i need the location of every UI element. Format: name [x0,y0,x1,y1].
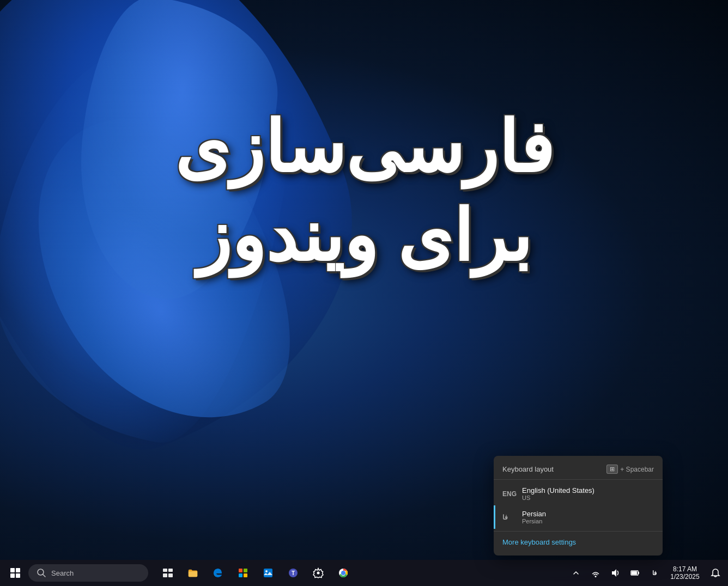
svg-point-11 [265,570,268,572]
chevron-up-icon [573,570,579,576]
svg-rect-6 [239,569,242,572]
lang-details-persian: Persian Persian [522,510,654,524]
taskbar-ms-store[interactable] [232,562,254,584]
svg-rect-20 [632,571,637,575]
svg-rect-4 [163,573,167,577]
svg-line-1 [43,575,45,577]
svg-rect-7 [244,569,247,572]
taskbar-center: T [157,562,354,584]
svg-rect-21 [638,572,639,574]
taskbar-right: فا 8:17 AM 1/23/2025 [568,564,724,582]
start-button[interactable] [4,562,26,584]
lang-item-persian[interactable]: فا Persian Persian [494,505,663,529]
keyboard-layout-popup: Keyboard layout ⊞ + Spacebar ENG English… [494,456,663,556]
ms-store-icon [238,567,248,578]
svg-text:T: T [292,570,295,576]
lang-item-english[interactable]: ENG English (United States) US [494,482,663,505]
battery-button[interactable] [627,565,643,581]
persian-line-2: برای ویندوز [0,198,728,276]
edge-icon [213,567,223,578]
keyboard-shortcut: ⊞ + Spacebar [606,465,654,474]
search-bar[interactable]: Search [28,564,148,582]
chrome-icon [338,567,349,578]
taskbar-edge[interactable] [207,562,229,584]
svg-point-18 [595,576,597,577]
svg-point-17 [342,571,345,575]
task-view-icon [162,567,173,578]
lang-sub-english: US [522,495,654,501]
lang-details-english: English (United States) US [522,486,654,501]
shortcut-spacebar-label: + Spacebar [620,466,654,473]
desktop-text: فارسی‌سازی برای ویندوز [0,109,728,276]
clock-button[interactable]: 8:17 AM 1/23/2025 [666,564,704,582]
desktop: فارسی‌سازی برای ویندوز Keyboard layout ⊞… [0,0,728,586]
persian-line-1: فارسی‌سازی [0,109,728,187]
notification-icon [711,568,720,578]
svg-point-0 [38,569,44,575]
settings-icon [313,567,324,578]
windows-logo-icon [10,568,20,578]
taskbar-task-view[interactable] [157,562,179,584]
show-hidden-icons-button[interactable] [568,565,584,581]
shortcut-key-win: ⊞ [606,465,618,474]
taskbar-office[interactable]: T [282,562,304,584]
office-icon: T [288,567,299,578]
search-icon [36,567,47,578]
clock-time: 8:17 AM [673,565,697,573]
more-keyboard-settings-label: More keyboard settings [502,538,576,546]
svg-rect-5 [168,573,173,577]
svg-rect-3 [168,569,173,572]
lang-sub-persian: Persian [522,518,654,524]
language-indicator-text: فا [652,570,657,577]
search-text: Search [51,569,74,577]
lang-name-english: English (United States) [522,486,654,495]
lang-code-eng: ENG [502,490,522,498]
notification-button[interactable] [707,565,724,581]
svg-point-14 [317,572,320,575]
sound-icon [610,568,620,578]
network-button[interactable] [587,565,604,581]
taskbar-chrome[interactable] [332,562,354,584]
taskbar-photos[interactable] [257,562,279,584]
photos-icon [263,567,274,578]
taskbar: Search [0,560,728,586]
language-indicator-button[interactable]: فا [646,565,663,581]
taskbar-settings[interactable] [307,562,329,584]
svg-rect-8 [239,573,242,577]
lang-code-persian: فا [502,514,522,521]
taskbar-left: Search [4,562,148,584]
system-tray: فا 8:17 AM 1/23/2025 [568,564,724,582]
lang-name-persian: Persian [522,510,654,518]
more-keyboard-settings-button[interactable]: More keyboard settings [494,531,663,549]
svg-rect-2 [163,569,167,572]
battery-icon [630,568,640,578]
svg-rect-10 [264,569,272,577]
keyboard-layout-label: Keyboard layout [502,465,554,473]
svg-rect-9 [244,573,247,577]
keyboard-popup-header: Keyboard layout ⊞ + Spacebar [494,462,663,480]
clock-date: 1/23/2025 [670,573,699,581]
taskbar-file-explorer[interactable] [182,562,204,584]
sound-button[interactable] [607,565,623,581]
file-explorer-icon [187,567,198,578]
network-icon [591,568,600,578]
